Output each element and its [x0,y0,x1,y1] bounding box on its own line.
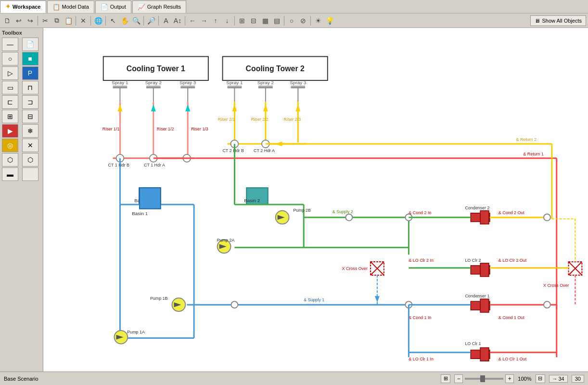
svg-text:Spray 1: Spray 1 [226,80,243,85]
tool-spray[interactable]: ❄ [22,124,38,138]
svg-rect-114 [480,211,489,224]
slash-btn[interactable]: ⊘ [298,15,308,26]
svg-text:Riser 2/1: Riser 2/1 [218,117,235,122]
model-data-icon: 📋 [52,3,60,11]
tool-grid2[interactable]: ⊟ [22,110,38,123]
diagram-svg: Cooling Tower 1 Cooling Tower 2 Spray 1 … [43,28,588,372]
svg-text:Riser 2/2: Riser 2/2 [251,117,268,122]
zoom-out-btn[interactable]: − [454,374,463,383]
toolbox-grid: — 📄 ○ ■ ▷ P ▭ ⊓ ⊏ ⊐ ⊞ ⊟ ▶ ❄ ◎ ✕ ⬡ ⬡ [2,38,41,181]
svg-text:Spray 2: Spray 2 [145,80,162,85]
tool-yellow[interactable]: ◎ [2,139,18,152]
grid-snap-icon[interactable]: ⊟ [536,374,545,383]
tool-cross[interactable]: ✕ [22,139,38,152]
svg-point-135 [544,301,550,308]
tab-output[interactable]: 📄 Output [95,0,131,13]
arrow-left-btn[interactable]: ← [187,15,198,26]
tab-model-data[interactable]: 📋 Model Data [47,0,94,13]
cut-btn[interactable]: ✂ [40,15,51,26]
value2-display: 30 [575,376,581,382]
find-btn[interactable]: 🔎 [146,15,156,26]
delete-btn[interactable]: ✕ [78,15,89,26]
undo-btn[interactable]: ↩ [13,15,24,26]
workspace-icon: ✦ [5,3,11,10]
bulb-btn[interactable]: 💡 [324,15,335,26]
tool-grid1[interactable]: ⊞ [2,110,18,123]
svg-text:Basin 2: Basin 2 [244,198,260,203]
svg-text:LO Clr 2: LO Clr 2 [465,258,481,263]
fit-icon[interactable]: ⊞ [441,374,450,383]
show-all-icon: 🖥 [535,18,540,24]
arrow-icon: → [552,376,558,382]
svg-rect-137 [480,347,489,361]
svg-text:Riser 1/2: Riser 1/2 [157,127,174,131]
zoom-in-btn[interactable]: + [505,374,514,383]
grid3-btn[interactable]: ▦ [260,15,270,26]
grid4-btn[interactable]: ▤ [271,15,282,26]
tool-teal[interactable]: ■ [22,52,38,65]
zoom-btn[interactable]: 🔍 [131,15,141,26]
tool-rect[interactable]: ▭ [2,81,18,94]
tool-valve[interactable]: ⊏ [2,95,18,109]
cooling-tower-2-label: Cooling Tower 2 [246,64,305,73]
grid2-btn[interactable]: ⊟ [248,15,259,26]
svg-text:& Cond 2 In: & Cond 2 In [409,210,431,215]
show-all-label: Show All Objects [542,18,582,24]
sep6 [158,16,159,26]
svg-text:X Cross Over: X Cross Over [543,283,569,288]
tool-blue2[interactable]: P [22,66,38,80]
tool-circle[interactable]: ○ [2,52,18,65]
tool-tray2[interactable] [22,167,38,181]
sun-btn[interactable]: ☀ [313,15,323,26]
paste-btn[interactable]: 📋 [63,15,74,26]
svg-text:Pump 2A: Pump 2A [217,238,235,243]
circle-btn[interactable]: ○ [286,15,297,26]
tool-pipe[interactable]: — [2,38,18,51]
svg-text:CT 1 Hdr A: CT 1 Hdr A [144,163,165,167]
tab-graph-results[interactable]: 📈 Graph Results [132,0,186,13]
show-all-button[interactable]: 🖥 Show All Objects [530,15,586,26]
tool-valve2[interactable]: ⊐ [22,95,38,109]
globe-btn[interactable]: 🌐 [93,15,103,26]
arrow-up-btn[interactable]: ↑ [210,15,221,26]
tool-rect2[interactable]: ⊓ [22,81,38,94]
canvas-area: Cooling Tower 1 Cooling Tower 2 Spray 1 … [43,28,588,372]
svg-text:& Supply 1: & Supply 1 [304,297,324,302]
svg-text:CT 2 Hdr A: CT 2 Hdr A [254,148,275,153]
grid1-btn[interactable]: ⊞ [237,15,247,26]
tool-doc[interactable]: 📄 [22,38,38,51]
redo-btn[interactable]: ↪ [25,15,36,26]
svg-text:Pump 1A: Pump 1A [127,330,145,334]
zoom-percent: 100% [518,376,531,382]
tool-arrow[interactable]: ▷ [2,66,18,80]
tool-r1[interactable]: ⬡ [2,153,18,167]
new-btn[interactable]: 🗋 [2,15,13,26]
hand-btn[interactable]: ✋ [119,15,130,26]
arrow-right-btn[interactable]: → [199,15,209,26]
select-btn[interactable]: ↖ [108,15,118,26]
text2-btn[interactable]: A↕ [172,15,183,26]
tab-output-label: Output [110,4,126,10]
output-icon: 📄 [101,3,108,11]
tool-r2[interactable]: ⬡ [22,153,38,167]
sep7 [185,16,185,26]
svg-text:& Cond 2 Out: & Cond 2 Out [499,210,524,215]
tab-model-data-label: Model Data [62,4,89,10]
tool-tray[interactable]: ▬ [2,167,18,181]
svg-text:& Return 1: & Return 1 [523,152,544,156]
svg-text:Pump 1B: Pump 1B [150,296,168,301]
arrow-down-btn[interactable]: ↓ [222,15,232,26]
svg-text:X Cross Over: X Cross Over [342,266,368,271]
tool-red[interactable]: ▶ [2,124,18,138]
main-layout: Toolbox — 📄 ○ ■ ▷ P ▭ ⊓ ⊏ ⊐ ⊞ ⊟ ▶ ❄ ◎ ✕ [0,28,588,372]
svg-text:Spray 3: Spray 3 [179,80,196,85]
text-btn[interactable]: A [161,15,171,26]
zoom-slider[interactable] [465,378,503,380]
svg-text:Spray 1: Spray 1 [112,80,128,85]
zoom-thumb[interactable] [480,375,485,382]
copy-btn[interactable]: ⧉ [51,15,62,26]
svg-text:& LO Clr 1 Out: & LO Clr 1 Out [499,357,527,361]
sep2 [76,16,76,26]
tab-workspace[interactable]: ✦ Workspace [0,0,46,13]
status-value2: 30 [572,375,584,383]
